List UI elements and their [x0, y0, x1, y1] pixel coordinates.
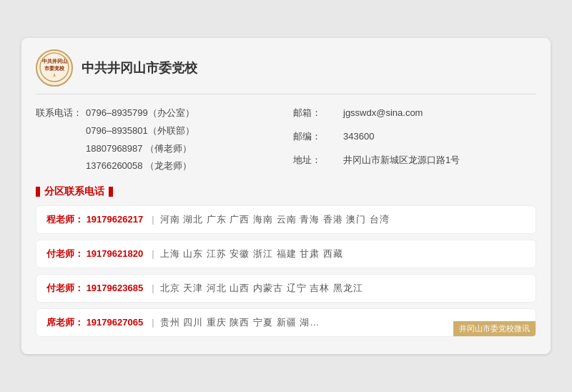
svg-marker-3 — [53, 73, 56, 77]
watermark-badge: 井冈山市委党校微讯 — [453, 321, 536, 336]
divider-0: | — [152, 214, 154, 225]
section-title: 分区联系电话 — [36, 185, 536, 198]
region-item-1: 付老师： 19179621820 | 上海 山东 江苏 安徽 浙江 福建 甘肃 … — [36, 240, 536, 268]
contact-row-3: 18807968987 （傅老师） — [36, 140, 279, 158]
contact-row-4: 13766260058 （龙老师） — [36, 157, 279, 175]
label-addr: 地址： — [293, 152, 343, 170]
contact-row-zip: 邮编： 343600 — [293, 128, 536, 146]
areas-2: 北京 天津 河北 山西 内蒙古 辽宁 吉林 黑龙江 — [160, 282, 363, 295]
contact-grid: 联系电话： 0796–8935799（办公室） 0796–8935801（外联部… — [36, 104, 536, 175]
phone-1: 0796–8935799（办公室） — [86, 104, 194, 122]
zip-value: 343600 — [343, 128, 374, 146]
region-item-0: 程老师： 19179626217 | 河南 湖北 广东 广西 海南 云南 青海 … — [36, 205, 536, 234]
section-title-text: 分区联系电话 — [44, 185, 104, 198]
teacher-0: 程老师： 19179626217 — [46, 213, 143, 226]
divider-2: | — [152, 283, 154, 293]
contact-row-spacer2 — [293, 146, 536, 152]
teacher-1: 付老师： 19179621820 — [46, 248, 143, 260]
divider-3: | — [152, 317, 154, 328]
contact-row-email: 邮箱： jgsswdx@sina.com — [293, 104, 536, 122]
teacher-3: 席老师： 19179627065 — [46, 316, 143, 329]
label-email: 邮箱： — [293, 104, 343, 122]
region-item-3: 席老师： 19179627065 | 贵州 四川 重庆 陕西 宁夏 新疆 湖… … — [36, 308, 536, 337]
label-phone: 联系电话： — [36, 104, 86, 122]
svg-text:中共井冈山: 中共井冈山 — [42, 58, 67, 64]
svg-text:市委党校: 市委党校 — [44, 65, 65, 72]
areas-3: 贵州 四川 重庆 陕西 宁夏 新疆 湖… — [160, 316, 320, 329]
contact-row-addr: 地址： 井冈山市新城区龙源口路1号 — [293, 152, 536, 170]
title-bar-left — [36, 187, 40, 197]
main-card: 中共井冈山 市委党校 中共井冈山市委党校 联系电话： 0796–8935799（… — [21, 38, 551, 354]
contact-left: 联系电话： 0796–8935799（办公室） 0796–8935801（外联部… — [36, 104, 279, 175]
email-value: jgsswdx@sina.com — [343, 104, 423, 122]
logo-text: 中共井冈山 市委党校 — [39, 52, 70, 85]
regions-container: 程老师： 19179626217 | 河南 湖北 广东 广西 海南 云南 青海 … — [36, 205, 536, 337]
title-bar-right — [109, 187, 113, 197]
region-item-2: 付老师： 19179623685 | 北京 天津 河北 山西 内蒙古 辽宁 吉林… — [36, 274, 536, 303]
divider-1: | — [152, 248, 154, 259]
phone-3: 18807968987 （傅老师） — [86, 140, 192, 158]
contact-right: 邮箱： jgsswdx@sina.com 邮编： 343600 地址： 井冈山市… — [293, 104, 536, 175]
areas-1: 上海 山东 江苏 安徽 浙江 福建 甘肃 西藏 — [160, 248, 343, 260]
contact-row-2: 0796–8935801（外联部） — [36, 122, 279, 140]
label-zip: 邮编： — [293, 128, 343, 146]
logo: 中共井冈山 市委党校 — [36, 49, 73, 87]
phone-4: 13766260058 （龙老师） — [86, 157, 192, 175]
contact-row-spacer — [293, 122, 536, 128]
teacher-2: 付老师： 19179623685 — [46, 282, 143, 295]
phone-2: 0796–8935801（外联部） — [86, 122, 194, 140]
header: 中共井冈山 市委党校 中共井冈山市委党校 — [36, 49, 536, 94]
contact-row-1: 联系电话： 0796–8935799（办公室） — [36, 104, 279, 122]
school-name: 中共井冈山市委党校 — [82, 59, 197, 77]
addr-value: 井冈山市新城区龙源口路1号 — [343, 152, 460, 170]
areas-0: 河南 湖北 广东 广西 海南 云南 青海 香港 澳门 台湾 — [160, 213, 390, 226]
